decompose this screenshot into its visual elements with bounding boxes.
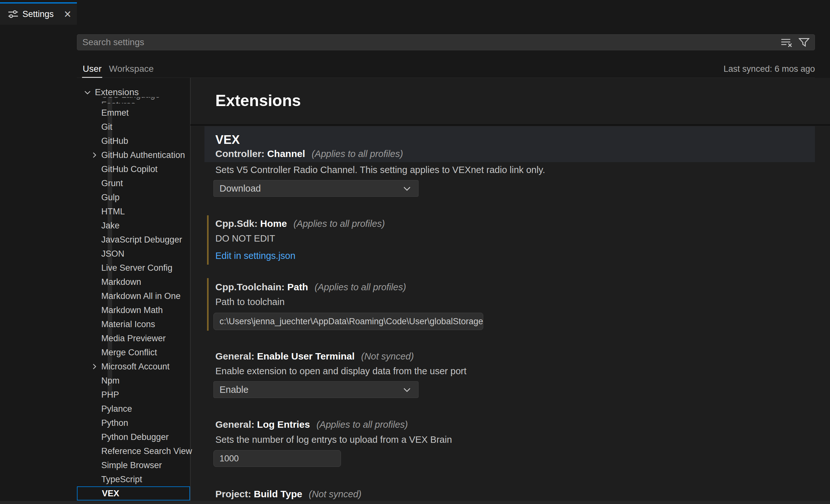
chevron-down-icon (402, 385, 412, 395)
search-input[interactable]: Search settings (82, 37, 780, 48)
setting-scope: (Applies to all profiles) (312, 149, 403, 159)
toc-item[interactable]: GitHub Copilot (77, 162, 190, 176)
toc-item[interactable]: Jake (77, 219, 190, 232)
controller-channel-select[interactable]: Download (214, 180, 418, 197)
setting-desc-controller-channel: Sets V5 Controller Radio Channel. This s… (215, 163, 545, 176)
toc-item[interactable]: Markdown (77, 275, 190, 289)
chevron-right-icon (90, 151, 98, 159)
toc-item[interactable]: Reference Search View (77, 444, 190, 458)
bottom-edge-strip (0, 501, 830, 504)
toc-item-label: Jake (101, 221, 120, 231)
toc-item-label: Simple Browser (101, 461, 162, 470)
toc-item[interactable]: Markdown Math (77, 303, 190, 317)
settings-scope-row: User Workspace Last synced: 6 mos ago (77, 61, 815, 78)
toc-item[interactable]: PHP (77, 388, 190, 402)
toc-item-label: Live Server Config (101, 263, 172, 273)
setting-prefix: Cpp.Sdk: (215, 218, 258, 229)
setting-name: Log Entries (257, 419, 310, 430)
cpp-toolchain-path-input[interactable]: c:\Users\jenna_juechter\AppData\Roaming\… (214, 313, 483, 330)
toc-item-label: Material Icons (101, 319, 155, 329)
tab-workspace[interactable]: Workspace (109, 61, 154, 77)
settings-sliders-icon (8, 9, 19, 20)
filter-icon[interactable] (799, 37, 809, 48)
toc-header-label: Extensions (95, 87, 139, 97)
toc-item[interactable]: Media Previewer (77, 331, 190, 345)
chevron-right-icon (90, 363, 98, 370)
toc-item[interactable]: Npm (77, 374, 190, 388)
tab-title: Settings (23, 9, 54, 19)
toc-item[interactable]: GitHub (77, 134, 190, 148)
toc-item-label: GitHub Copilot (101, 164, 158, 174)
toc-item[interactable]: Microsoft Account (77, 359, 190, 374)
toc-item[interactable]: Live Server Config (77, 261, 190, 275)
log-entries-input[interactable]: 1000 (214, 450, 341, 467)
toc-divider (190, 78, 191, 501)
setting-label-controller-channel: Controller: Channel (Applies to all prof… (215, 147, 403, 160)
edit-in-settings-json-link[interactable]: Edit in settings.json (215, 249, 295, 262)
toc-item[interactable]: Python Debugger (77, 430, 190, 444)
input-value: c:\Users\jenna_juechter\AppData\Roaming\… (220, 317, 483, 326)
toc-item[interactable]: HTML (77, 204, 190, 219)
toc-item[interactable]: TypeScript (77, 472, 190, 486)
toc-item-label: Git (101, 122, 113, 132)
toc-item-label: Reference Search View (101, 446, 192, 456)
settings-search-bar[interactable]: Search settings (77, 34, 815, 50)
setting-desc-enable-user-terminal: Enable extension to open and display dat… (215, 365, 467, 377)
modified-indicator (207, 278, 209, 330)
toc-item-label: Emmet (101, 108, 129, 118)
toc-item-label: Microsoft Account (101, 362, 169, 372)
setting-name: Enable User Terminal (257, 351, 355, 361)
toc-item-label: Gulp (101, 193, 120, 202)
select-value: Enable (220, 384, 402, 395)
setting-scope: (Applies to all profiles) (315, 282, 406, 292)
setting-name: Channel (267, 148, 305, 159)
modified-indicator (207, 215, 209, 265)
settings-tab[interactable]: Settings × (0, 2, 77, 25)
toc-item[interactable]: Emmet (77, 106, 190, 120)
toc-item-label: Grunt (101, 179, 123, 188)
toc-item[interactable]: Grunt (77, 176, 190, 190)
toc-item[interactable]: JavaScript Debugger (77, 232, 190, 247)
toc-item[interactable]: JSON (77, 247, 190, 261)
setting-scope: (Applies to all profiles) (293, 219, 385, 229)
setting-prefix: Project: (215, 489, 251, 499)
section-title: VEX (215, 133, 240, 147)
tab-user[interactable]: User (82, 61, 102, 78)
setting-prefix: Controller: (215, 148, 264, 159)
toc-item[interactable]: Gulp (77, 190, 190, 204)
toc-item-label: Media Previewer (101, 334, 166, 344)
toc-item-label: PHP (101, 390, 119, 400)
toc-item[interactable]: Python (77, 416, 190, 430)
select-value: Download (220, 183, 402, 194)
toc-item-label: Python Debugger (101, 432, 168, 442)
toc-item[interactable]: Material Icons (77, 317, 190, 331)
toc-item[interactable]: Simple Browser (77, 458, 190, 472)
toc-item-label: VEX (102, 489, 119, 499)
setting-name: Path (287, 282, 308, 292)
toc-item[interactable]: VEX (77, 486, 190, 501)
setting-label-project-build-type: Project: Build Type (Not synced) (215, 487, 361, 501)
settings-editor-window: Settings × Search settings User Workspac… (0, 0, 830, 504)
clear-search-results-icon[interactable] (780, 37, 793, 48)
toc-item[interactable]: Merge Conflict (77, 345, 190, 359)
toc-item[interactable]: GitHub Authentication (77, 148, 190, 162)
tab-close-icon[interactable]: × (64, 8, 71, 20)
enable-user-terminal-select[interactable]: Enable (214, 381, 418, 398)
setting-label-cpp-sdk-home: Cpp.Sdk: Home (Applies to all profiles) (215, 217, 385, 230)
toc-item-label: Markdown Math (101, 305, 163, 315)
setting-label-cpp-toolchain-path: Cpp.Toolchain: Path (Applies to all prof… (215, 281, 406, 293)
toc-item[interactable]: Git (77, 120, 190, 134)
last-synced-label: Last synced: 6 mos ago (724, 61, 815, 77)
editor-tab-strip: Settings × (0, 0, 830, 25)
toc-item[interactable]: Pylance (77, 402, 190, 416)
setting-desc-log-entries: Sets the number of log entrys to upload … (215, 433, 452, 446)
setting-label-enable-user-terminal: General: Enable User Terminal (Not synce… (215, 350, 414, 363)
page-title: Extensions (215, 92, 301, 109)
setting-prefix: General: (215, 419, 254, 430)
toc-item-label: TypeScript (101, 475, 142, 484)
setting-label-log-entries: General: Log Entries (Applies to all pro… (215, 418, 408, 431)
toc-section-extensions[interactable]: Extensions (77, 88, 190, 97)
toc-item-label: GitHub (101, 136, 128, 146)
toc-item-label: Markdown All in One (101, 291, 181, 301)
toc-item[interactable]: Markdown All in One (77, 289, 190, 303)
